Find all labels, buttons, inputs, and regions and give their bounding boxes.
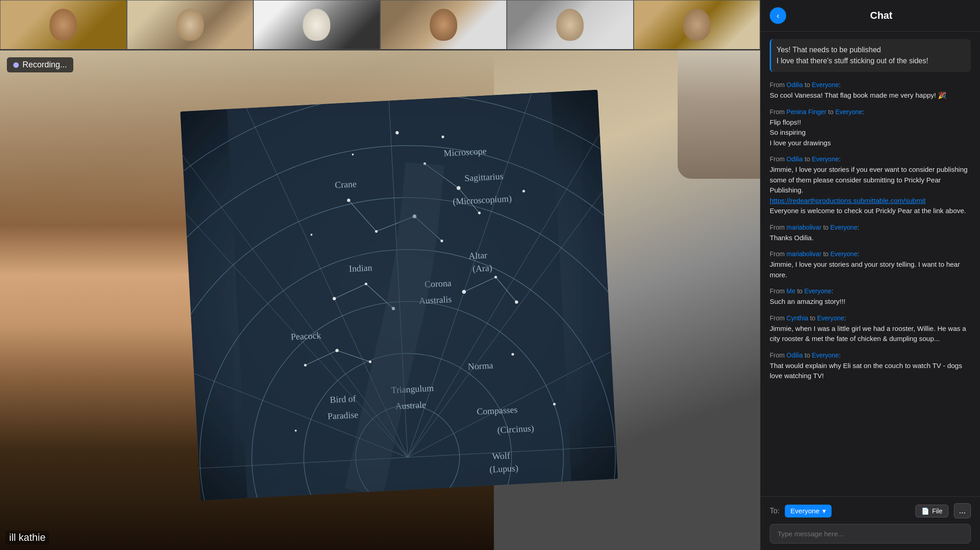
- message-body-2: Flip flops!!So inspiringI love your draw…: [770, 117, 971, 148]
- chevron-left-icon: ‹: [777, 11, 779, 21]
- message-header-5: From mariabolivar to Everyone:: [770, 250, 971, 258]
- chat-header: ‹ Chat: [761, 0, 980, 32]
- chat-message-6: From Me to Everyone: Such an amazing sto…: [770, 287, 971, 307]
- message-body-3: Jimmie, I love your stories if you ever …: [770, 165, 971, 216]
- recipient-6: Everyone: [804, 287, 831, 295]
- svg-text:Norma: Norma: [467, 360, 493, 372]
- svg-text:(Lupus): (Lupus): [489, 463, 519, 475]
- chat-message-5: From mariabolivar to Everyone: Jimmie, I…: [770, 250, 971, 280]
- recipient-2: Everyone: [835, 108, 862, 116]
- animal-prop: [678, 50, 760, 179]
- svg-text:Peacock: Peacock: [290, 330, 321, 341]
- chat-message-2: From Penina Finger to Everyone: Flip flo…: [770, 108, 971, 148]
- svg-text:(Ara): (Ara): [472, 263, 493, 274]
- message-header-8: From Odilia to Everyone:: [770, 352, 971, 359]
- sender-6: Me: [787, 287, 795, 295]
- more-options-button[interactable]: ...: [954, 503, 971, 518]
- svg-text:Compasses: Compasses: [476, 404, 518, 417]
- sender-5: mariabolivar: [787, 250, 821, 258]
- sender-7: Cynthia: [787, 314, 808, 322]
- chat-message-8: From Odilia to Everyone: That would expl…: [770, 352, 971, 381]
- chat-title: Chat: [792, 10, 971, 22]
- sender-8: Odilia: [787, 352, 803, 359]
- svg-text:Altar: Altar: [468, 250, 487, 261]
- message-body-8: That would explain why Eli sat on the co…: [770, 361, 971, 381]
- chat-messages-list: Yes! That needs to be published I love t…: [761, 32, 980, 496]
- message-body-6: Such an amazing story!!!: [770, 297, 971, 307]
- sender-3: Odilia: [787, 155, 803, 163]
- book-prop: Crane Microscope (Microscopium) Sagittar…: [180, 90, 618, 501]
- message-header-7: From Cynthia to Everyone:: [770, 314, 971, 322]
- message-body-1: So cool Vanessa! That flag book made me …: [770, 90, 971, 101]
- chat-message-3: From Odilia to Everyone: Jimmie, I love …: [770, 155, 971, 216]
- sender-1: Odilia: [787, 81, 803, 88]
- svg-text:Paradise: Paradise: [327, 409, 358, 421]
- submittable-link[interactable]: https://redearthproductions.submittable.…: [770, 197, 925, 204]
- recording-badge: Recording...: [7, 57, 73, 72]
- message-body-5: Jimmie, I love your stories and your sto…: [770, 259, 971, 280]
- message-header-2: From Penina Finger to Everyone:: [770, 108, 971, 116]
- message-header-3: From Odilia to Everyone:: [770, 155, 971, 163]
- to-label: To:: [770, 507, 779, 515]
- sender-4: mariabolivar: [787, 224, 821, 231]
- thumbnail-4[interactable]: [380, 0, 507, 50]
- chat-input-area: To: Everyone ▾ 📄 File ...: [761, 496, 980, 550]
- message-header-1: From Odilia to Everyone:: [770, 81, 971, 88]
- thumbnail-3[interactable]: [253, 0, 380, 50]
- thumbnail-1[interactable]: [0, 0, 127, 50]
- recipient-8: Everyone: [812, 352, 839, 359]
- recipient-3: Everyone: [812, 155, 839, 163]
- chat-to-row: To: Everyone ▾ 📄 File ...: [770, 503, 971, 518]
- pinned-text-line2: I love that there's stuff sticking out o…: [777, 55, 965, 66]
- to-value: Everyone: [790, 507, 819, 515]
- message-body-4: Thanks Odilia.: [770, 233, 971, 243]
- recording-dot-icon: [13, 62, 19, 68]
- chat-message-7: From Cynthia to Everyone: Jimmie, when I…: [770, 314, 971, 344]
- recipient-7: Everyone: [817, 314, 844, 322]
- message-header-6: From Me to Everyone:: [770, 287, 971, 295]
- pinned-message: Yes! That needs to be published I love t…: [770, 39, 971, 72]
- svg-text:Sagittarius: Sagittarius: [464, 171, 504, 183]
- chat-to-dropdown[interactable]: Everyone ▾: [785, 505, 831, 517]
- file-label: File: [932, 507, 942, 515]
- speaker-name-label: ill kathie: [5, 531, 49, 544]
- message-header-4: From mariabolivar to Everyone:: [770, 224, 971, 231]
- main-video: Crane Microscope (Microscopium) Sagittar…: [0, 50, 760, 550]
- file-icon: 📄: [921, 507, 929, 515]
- chat-panel: ‹ Chat Yes! That needs to be published I…: [760, 0, 980, 550]
- sender-2: Penina Finger: [787, 108, 827, 116]
- chat-back-button[interactable]: ‹: [770, 7, 786, 24]
- thumbnail-5[interactable]: [507, 0, 634, 50]
- chat-input[interactable]: [770, 524, 971, 544]
- thumbnail-2[interactable]: [127, 0, 254, 50]
- svg-text:Wolf: Wolf: [492, 450, 510, 461]
- recipient-1: Everyone: [812, 81, 839, 88]
- pinned-text-line1: Yes! That needs to be published: [777, 44, 965, 55]
- svg-text:Crane: Crane: [334, 179, 357, 190]
- main-video-area: Crane Microscope (Microscopium) Sagittar…: [0, 0, 760, 550]
- recipient-5: Everyone: [830, 250, 857, 258]
- thumbnail-strip: [0, 0, 760, 50]
- recording-label: Recording...: [22, 60, 67, 70]
- recipient-4: Everyone: [830, 224, 857, 231]
- ellipsis-icon: ...: [959, 506, 966, 515]
- chevron-down-icon: ▾: [822, 507, 826, 515]
- file-button[interactable]: 📄 File: [915, 505, 948, 517]
- chat-message-4: From mariabolivar to Everyone: Thanks Od…: [770, 224, 971, 243]
- thumbnail-6[interactable]: [634, 0, 761, 50]
- message-body-7: Jimmie, when I was a little girl we had …: [770, 324, 971, 344]
- svg-text:Indian: Indian: [349, 262, 372, 274]
- svg-text:Bird of: Bird of: [329, 393, 356, 405]
- chat-message-1: From Odilia to Everyone: So cool Vanessa…: [770, 81, 971, 101]
